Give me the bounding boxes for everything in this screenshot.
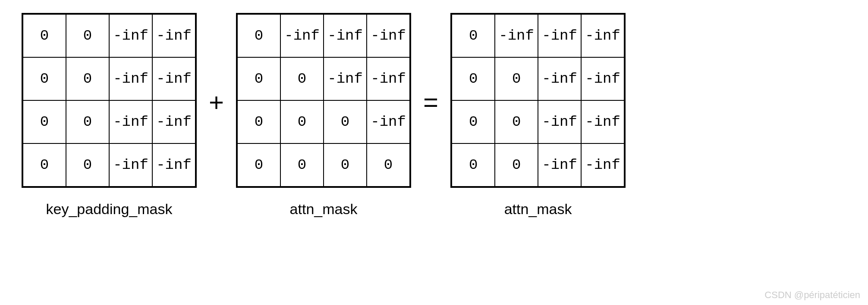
matrix-cell: 0 <box>23 143 66 187</box>
matrix-cell: 0 <box>237 57 280 100</box>
matrix-attn-mask-source: 0 -inf -inf -inf 0 0 -inf -inf 0 0 0 -in… <box>236 13 411 188</box>
matrix-cell: 0 <box>495 143 538 187</box>
matrix-cell: 0 <box>237 14 280 57</box>
matrix-cell: 0 <box>23 14 66 57</box>
matrix-block-2: 0 -inf -inf -inf 0 0 -inf -inf 0 0 0 -in… <box>236 13 411 218</box>
matrix-cell: -inf <box>152 14 195 57</box>
matrix-cell: -inf <box>152 143 195 187</box>
matrix-cell: 0 <box>452 143 495 187</box>
matrix-cell: -inf <box>109 57 152 100</box>
plus-operator: + <box>209 87 224 143</box>
matrix-cell: 0 <box>452 14 495 57</box>
matrix-cell: -inf <box>538 143 581 187</box>
matrix-cell: 0 <box>66 14 109 57</box>
matrix-cell: 0 <box>23 57 66 100</box>
matrix-label: key_padding_mask <box>46 201 173 218</box>
matrix-attn-mask-result: 0 -inf -inf -inf 0 0 -inf -inf 0 0 -inf … <box>450 13 626 188</box>
matrix-cell: 0 <box>280 57 324 100</box>
matrix-cell: 0 <box>324 100 367 143</box>
matrix-cell: -inf <box>581 14 624 57</box>
matrix-cell: -inf <box>538 57 581 100</box>
matrix-cell: 0 <box>237 100 280 143</box>
watermark: CSDN @péripatéticien <box>764 289 860 301</box>
matrix-cell: -inf <box>581 100 624 143</box>
matrix-block-1: 0 0 -inf -inf 0 0 -inf -inf 0 0 -inf -in… <box>22 13 197 218</box>
matrix-label: attn_mask <box>504 201 572 218</box>
matrix-cell: -inf <box>538 14 581 57</box>
matrix-cell: -inf <box>367 14 410 57</box>
matrix-cell: -inf <box>324 14 367 57</box>
matrix-cell: 0 <box>452 100 495 143</box>
matrix-cell: 0 <box>495 57 538 100</box>
matrix-cell: -inf <box>280 14 324 57</box>
matrix-cell: -inf <box>581 57 624 100</box>
matrix-cell: 0 <box>66 57 109 100</box>
matrix-cell: 0 <box>237 143 280 187</box>
matrix-label: attn_mask <box>290 201 358 218</box>
matrix-cell: -inf <box>152 100 195 143</box>
matrix-cell: -inf <box>367 57 410 100</box>
matrix-cell: 0 <box>280 143 324 187</box>
matrix-cell: 0 <box>495 100 538 143</box>
matrix-cell: -inf <box>367 100 410 143</box>
matrix-cell: -inf <box>495 14 538 57</box>
matrix-key-padding-mask: 0 0 -inf -inf 0 0 -inf -inf 0 0 -inf -in… <box>22 13 197 188</box>
matrix-cell: -inf <box>109 14 152 57</box>
matrix-cell: -inf <box>109 100 152 143</box>
matrix-cell: 0 <box>66 143 109 187</box>
matrix-cell: -inf <box>324 57 367 100</box>
matrix-cell: 0 <box>280 100 324 143</box>
matrix-cell: 0 <box>452 57 495 100</box>
diagram-container: 0 0 -inf -inf 0 0 -inf -inf 0 0 -inf -in… <box>0 0 868 218</box>
matrix-block-3: 0 -inf -inf -inf 0 0 -inf -inf 0 0 -inf … <box>450 13 626 218</box>
matrix-cell: -inf <box>152 57 195 100</box>
matrix-cell: 0 <box>23 100 66 143</box>
matrix-cell: -inf <box>538 100 581 143</box>
matrix-cell: 0 <box>367 143 410 187</box>
equals-operator: = <box>423 87 438 143</box>
matrix-cell: 0 <box>324 143 367 187</box>
matrix-cell: -inf <box>581 143 624 187</box>
matrix-cell: 0 <box>66 100 109 143</box>
matrix-cell: -inf <box>109 143 152 187</box>
